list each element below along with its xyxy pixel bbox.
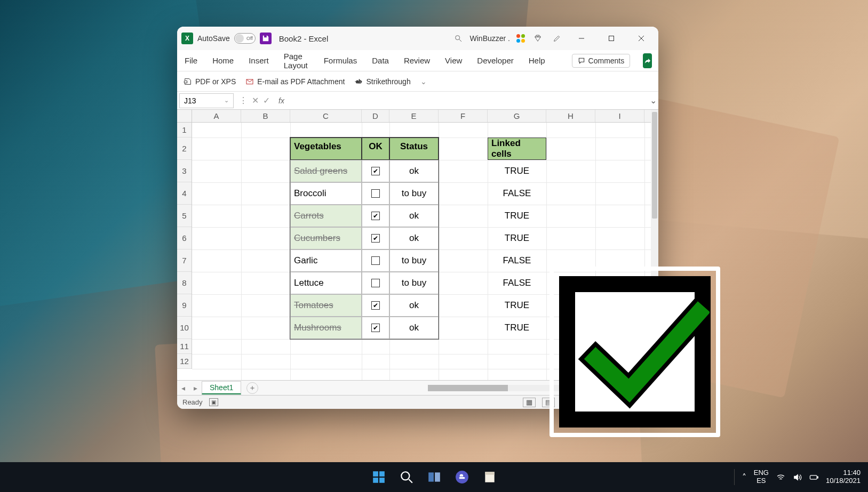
veg-cell[interactable]: Cucumbers xyxy=(290,227,362,249)
tab-insert[interactable]: Insert xyxy=(248,53,270,68)
pdf-xps-button[interactable]: PDF or XPS xyxy=(184,77,236,86)
linked-cell[interactable]: FALSE xyxy=(488,272,546,294)
sheet-tab[interactable]: Sheet1 xyxy=(202,381,241,394)
select-all-corner[interactable] xyxy=(177,110,192,123)
checkbox[interactable] xyxy=(371,189,380,198)
qat-overflow-icon[interactable]: ⌄ xyxy=(420,77,427,86)
account-name[interactable]: WinBuzzer . xyxy=(470,34,510,43)
view-normal-icon[interactable]: ▦ xyxy=(523,398,536,407)
formula-confirm-icon[interactable]: ✓ xyxy=(263,95,270,106)
tab-home[interactable]: Home xyxy=(211,53,235,68)
table-header[interactable]: OK xyxy=(362,138,389,160)
formula-expand-icon[interactable]: ⌄ xyxy=(648,95,658,106)
linked-cell[interactable]: TRUE xyxy=(488,160,546,182)
veg-cell[interactable]: Garlic xyxy=(290,249,362,272)
tray-overflow-icon[interactable]: ˄ xyxy=(742,472,746,482)
column-headers[interactable]: ABCDEFGHI xyxy=(192,110,651,123)
veg-cell[interactable]: Lettuce xyxy=(290,272,362,294)
linked-header[interactable]: Linked cells xyxy=(488,138,546,160)
row-header[interactable]: 8 xyxy=(177,272,192,294)
tab-view[interactable]: View xyxy=(444,53,463,68)
col-header[interactable]: B xyxy=(241,110,290,122)
add-sheet-button[interactable]: ＋ xyxy=(246,382,258,394)
col-header[interactable]: D xyxy=(362,110,389,122)
status-cell[interactable]: ok xyxy=(389,227,439,249)
status-cell[interactable]: to buy xyxy=(389,182,439,205)
col-header[interactable]: C xyxy=(290,110,362,122)
fx-icon[interactable]: fx xyxy=(278,96,284,105)
status-cell[interactable]: ok xyxy=(389,205,439,227)
comments-button[interactable]: Comments xyxy=(572,54,631,68)
col-header[interactable]: I xyxy=(595,110,644,122)
tab-help[interactable]: Help xyxy=(528,53,546,68)
ok-cell[interactable] xyxy=(362,182,389,205)
row-header[interactable]: 3 xyxy=(177,160,192,182)
save-icon[interactable] xyxy=(260,33,272,44)
ok-cell[interactable] xyxy=(362,249,389,272)
checkbox[interactable] xyxy=(371,212,380,220)
tab-developer[interactable]: Developer xyxy=(476,53,514,68)
ok-cell[interactable] xyxy=(362,294,389,317)
linked-cell[interactable]: FALSE xyxy=(488,182,546,205)
linked-cell[interactable]: TRUE xyxy=(488,317,546,339)
checkbox[interactable] xyxy=(371,301,380,310)
minimize-button[interactable] xyxy=(569,27,594,50)
language-indicator[interactable]: ENG ES xyxy=(754,469,769,485)
veg-cell[interactable]: Tomatoes xyxy=(290,294,362,317)
email-pdf-button[interactable]: E-mail as PDF Attachment xyxy=(245,77,345,86)
row-header[interactable]: 6 xyxy=(177,227,192,249)
checkbox[interactable] xyxy=(371,324,380,332)
status-cell[interactable]: to buy xyxy=(389,249,439,272)
start-button-icon[interactable] xyxy=(371,469,387,485)
clock[interactable]: 11:40 10/18/2021 xyxy=(826,469,861,485)
sheet-nav-prev-icon[interactable]: ◂ xyxy=(177,384,189,392)
task-view-icon[interactable] xyxy=(426,469,442,485)
veg-cell[interactable]: Carrots xyxy=(290,205,362,227)
col-header[interactable]: H xyxy=(546,110,595,122)
status-cell[interactable]: ok xyxy=(389,294,439,317)
maximize-button[interactable] xyxy=(599,27,624,50)
row-header[interactable]: 5 xyxy=(177,205,192,227)
table-header[interactable]: Vegetables xyxy=(290,138,362,160)
search-icon[interactable] xyxy=(451,31,466,46)
col-header[interactable]: F xyxy=(439,110,488,122)
row-header[interactable]: 1 xyxy=(177,123,192,138)
veg-cell[interactable]: Mushrooms xyxy=(290,317,362,339)
linked-cell[interactable]: FALSE xyxy=(488,249,546,272)
tab-page-layout[interactable]: Page Layout xyxy=(283,49,310,73)
row-header[interactable]: 11 xyxy=(177,339,192,354)
row-header[interactable]: 9 xyxy=(177,294,192,317)
row-header[interactable]: 7 xyxy=(177,249,192,272)
diamond-icon[interactable] xyxy=(530,31,545,46)
explorer-icon[interactable] xyxy=(482,469,498,485)
veg-cell[interactable]: Broccoli xyxy=(290,182,362,205)
pen-icon[interactable] xyxy=(550,31,564,46)
linked-cell[interactable]: TRUE xyxy=(488,294,546,317)
tab-formulas[interactable]: Formulas xyxy=(323,53,359,68)
tab-data[interactable]: Data xyxy=(371,53,390,68)
battery-icon[interactable] xyxy=(809,473,818,482)
col-header[interactable]: G xyxy=(488,110,546,122)
veg-cell[interactable]: Salad greens xyxy=(290,160,362,182)
taskbar-search-icon[interactable] xyxy=(399,469,415,485)
checkbox[interactable] xyxy=(371,167,380,175)
row-header[interactable]: 10 xyxy=(177,317,192,339)
status-cell[interactable]: ok xyxy=(389,317,439,339)
formula-input[interactable] xyxy=(290,94,648,108)
macro-record-icon[interactable]: ▣ xyxy=(209,398,218,406)
status-cell[interactable]: ok xyxy=(389,160,439,182)
checkbox[interactable] xyxy=(371,279,380,287)
row-header[interactable]: 4 xyxy=(177,182,192,205)
table-header[interactable]: Status xyxy=(389,138,439,160)
formula-vdots-icon[interactable]: ⋮ xyxy=(239,95,248,106)
col-header[interactable]: A xyxy=(192,110,241,122)
sheet-nav-next-icon[interactable]: ▸ xyxy=(189,384,202,392)
row-header[interactable]: 2 xyxy=(177,138,192,160)
linked-cell[interactable]: TRUE xyxy=(488,227,546,249)
checkbox[interactable] xyxy=(371,234,380,243)
col-header[interactable]: E xyxy=(389,110,439,122)
strikethrough-button[interactable]: ab Strikethrough xyxy=(354,77,410,86)
volume-icon[interactable] xyxy=(793,473,802,482)
tab-file[interactable]: File xyxy=(184,53,198,68)
name-box[interactable]: J13 ⌄ xyxy=(179,93,234,108)
